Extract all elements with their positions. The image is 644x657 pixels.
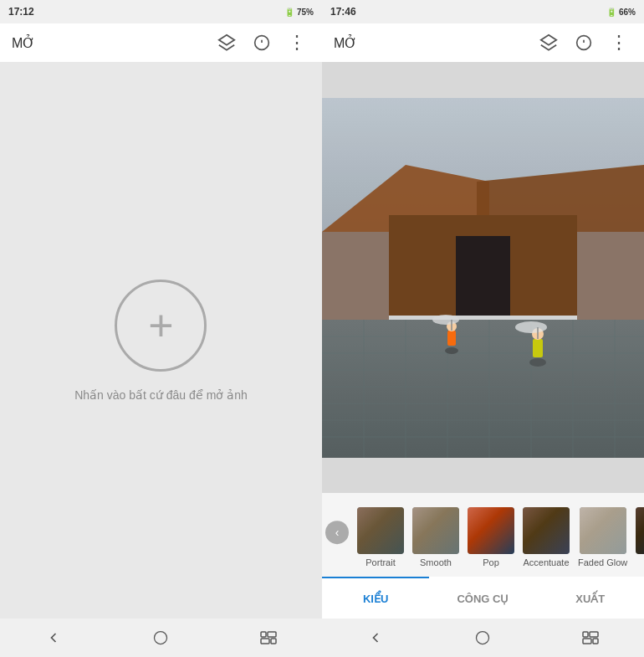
- filter-thumb-accentuate: [523, 507, 570, 554]
- right-info-button[interactable]: [570, 29, 597, 56]
- svg-rect-47: [583, 632, 588, 637]
- filter-item-pop[interactable]: Pop: [464, 507, 518, 567]
- filter-strip: ‹ Portrait Smooth Pop: [322, 493, 644, 577]
- tab-xuat[interactable]: XUẤT: [537, 577, 644, 619]
- left-status-bar: 17:12 🔋 75%: [0, 0, 322, 23]
- right-layers-button[interactable]: [535, 29, 562, 56]
- left-status-icons: 🔋 75%: [284, 8, 314, 17]
- left-nav-bar: [0, 619, 322, 657]
- filter-item-portrait[interactable]: Portrait: [354, 507, 407, 567]
- filter-label-portrait: Portrait: [365, 557, 395, 567]
- right-status-icons: 🔋 66%: [606, 8, 636, 17]
- left-home-button[interactable]: [144, 621, 177, 654]
- svg-rect-45: [322, 98, 644, 458]
- right-more-button[interactable]: ⋮: [606, 29, 632, 56]
- left-back-button[interactable]: [37, 621, 70, 654]
- empty-label: Nhấn vào bất cứ đâu để mở ảnh: [74, 388, 248, 402]
- right-recent-button[interactable]: [574, 621, 607, 654]
- svg-marker-9: [541, 35, 556, 45]
- svg-rect-8: [271, 639, 276, 644]
- left-battery-icon: 🔋: [284, 8, 294, 17]
- filter-item-mo[interactable]: Mo: [632, 507, 644, 567]
- bottom-tabs: KIỂU CÔNG CỤ XUẤT: [322, 577, 644, 619]
- right-battery-pct: 66%: [619, 8, 636, 17]
- svg-rect-50: [593, 639, 598, 644]
- right-title: MỞ: [334, 35, 527, 51]
- filter-item-smooth[interactable]: Smooth: [409, 507, 463, 567]
- svg-rect-5: [261, 632, 266, 637]
- svg-marker-0: [219, 35, 234, 45]
- filter-thumb-faded-glow: [580, 507, 626, 554]
- right-battery-icon: 🔋: [606, 8, 616, 17]
- left-info-button[interactable]: [248, 29, 275, 56]
- filter-item-faded-glow[interactable]: Faded Glow: [575, 507, 631, 567]
- left-time: 17:12: [8, 6, 34, 18]
- left-battery-pct: 75%: [297, 8, 314, 17]
- svg-rect-6: [268, 632, 276, 637]
- image-area[interactable]: [322, 62, 644, 493]
- temple-photo: [322, 98, 644, 458]
- svg-point-46: [477, 632, 489, 644]
- right-home-button[interactable]: [466, 621, 499, 654]
- filter-label-pop: Pop: [483, 557, 499, 567]
- empty-state[interactable]: + Nhấn vào bất cứ đâu để mở ảnh: [74, 280, 248, 402]
- left-main-content[interactable]: + Nhấn vào bất cứ đâu để mở ảnh: [0, 62, 322, 619]
- left-top-bar: MỞ ⋮: [0, 23, 322, 62]
- left-more-button[interactable]: ⋮: [284, 29, 310, 56]
- left-recent-button[interactable]: [252, 621, 285, 654]
- filter-thumb-pop: [468, 507, 514, 554]
- filter-thumb-portrait: [357, 507, 404, 554]
- filter-label-faded-glow: Faded Glow: [578, 557, 627, 567]
- add-photo-circle[interactable]: +: [115, 280, 207, 372]
- filter-item-accentuate[interactable]: Accentuate: [519, 507, 573, 567]
- svg-rect-49: [583, 639, 591, 644]
- tab-cong-cu[interactable]: CÔNG CỤ: [429, 577, 536, 619]
- left-layers-button[interactable]: [213, 29, 240, 56]
- svg-rect-48: [590, 632, 598, 637]
- right-time: 17:46: [330, 6, 356, 18]
- filter-thumb-mo: [636, 507, 644, 554]
- right-phone-panel: 17:46 🔋 66% MỞ ⋮: [322, 0, 644, 657]
- filter-scroll-left[interactable]: ‹: [325, 521, 349, 544]
- right-back-button[interactable]: [359, 621, 392, 654]
- right-nav-bar: [322, 619, 644, 657]
- left-title: MỞ: [12, 35, 205, 51]
- filter-label-accentuate: Accentuate: [523, 557, 569, 567]
- filter-label-smooth: Smooth: [420, 557, 452, 567]
- right-top-bar: MỞ ⋮: [322, 23, 644, 62]
- right-status-bar: 17:46 🔋 66%: [322, 0, 644, 23]
- tab-kieu[interactable]: KIỂU: [322, 577, 429, 619]
- svg-rect-7: [261, 639, 269, 644]
- svg-point-4: [155, 632, 167, 644]
- left-phone-panel: 17:12 🔋 75% MỞ ⋮ +: [0, 0, 322, 657]
- add-icon: +: [148, 300, 173, 351]
- filter-thumb-smooth: [412, 507, 459, 554]
